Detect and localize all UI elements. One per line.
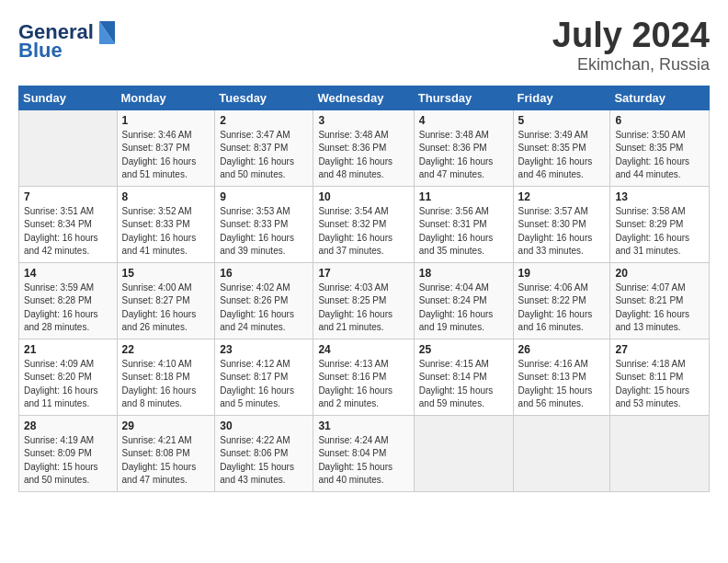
day-number: 30 xyxy=(220,419,308,432)
day-number: 6 xyxy=(615,114,704,127)
day-info: Sunrise: 4:04 AM Sunset: 8:24 PM Dayligh… xyxy=(419,282,508,335)
day-number: 23 xyxy=(220,343,308,356)
calendar-cell: 25Sunrise: 4:15 AM Sunset: 8:14 PM Dayli… xyxy=(414,339,513,415)
calendar-cell: 11Sunrise: 3:56 AM Sunset: 8:31 PM Dayli… xyxy=(414,186,513,262)
calendar-header-row: SundayMondayTuesdayWednesdayThursdayFrid… xyxy=(19,86,710,109)
day-number: 25 xyxy=(419,343,508,356)
calendar-cell xyxy=(19,109,118,186)
day-number: 7 xyxy=(24,190,112,203)
calendar-cell: 1Sunrise: 3:46 AM Sunset: 8:37 PM Daylig… xyxy=(117,109,215,186)
calendar-day-header: Wednesday xyxy=(313,86,414,109)
calendar-cell xyxy=(513,415,610,491)
day-number: 1 xyxy=(122,114,210,127)
day-info: Sunrise: 4:07 AM Sunset: 8:21 PM Dayligh… xyxy=(615,282,704,335)
day-info: Sunrise: 3:48 AM Sunset: 8:36 PM Dayligh… xyxy=(318,129,408,182)
day-number: 5 xyxy=(518,114,606,127)
day-number: 9 xyxy=(220,190,308,203)
logo-text: General Blue xyxy=(18,17,119,66)
day-info: Sunrise: 3:48 AM Sunset: 8:36 PM Dayligh… xyxy=(419,129,508,182)
calendar-cell: 3Sunrise: 3:48 AM Sunset: 8:36 PM Daylig… xyxy=(313,109,414,186)
day-info: Sunrise: 4:22 AM Sunset: 8:06 PM Dayligh… xyxy=(220,434,308,488)
calendar-week-row: 14Sunrise: 3:59 AM Sunset: 8:28 PM Dayli… xyxy=(19,262,710,339)
day-info: Sunrise: 4:16 AM Sunset: 8:13 PM Dayligh… xyxy=(518,358,606,411)
day-info: Sunrise: 3:59 AM Sunset: 8:28 PM Dayligh… xyxy=(24,282,112,335)
day-info: Sunrise: 4:13 AM Sunset: 8:16 PM Dayligh… xyxy=(318,358,408,411)
day-info: Sunrise: 4:18 AM Sunset: 8:11 PM Dayligh… xyxy=(615,358,704,411)
day-number: 11 xyxy=(419,190,508,203)
day-info: Sunrise: 4:19 AM Sunset: 8:09 PM Dayligh… xyxy=(24,434,112,488)
calendar-cell: 20Sunrise: 4:07 AM Sunset: 8:21 PM Dayli… xyxy=(610,262,710,339)
day-number: 21 xyxy=(24,343,112,356)
day-info: Sunrise: 4:00 AM Sunset: 8:27 PM Dayligh… xyxy=(122,282,210,335)
calendar-cell: 21Sunrise: 4:09 AM Sunset: 8:20 PM Dayli… xyxy=(19,339,118,415)
day-info: Sunrise: 4:15 AM Sunset: 8:14 PM Dayligh… xyxy=(419,358,508,411)
day-number: 20 xyxy=(615,267,704,280)
calendar-day-header: Sunday xyxy=(19,86,118,109)
day-number: 3 xyxy=(318,114,408,127)
day-info: Sunrise: 4:06 AM Sunset: 8:22 PM Dayligh… xyxy=(518,282,606,335)
calendar-cell: 22Sunrise: 4:10 AM Sunset: 8:18 PM Dayli… xyxy=(117,339,215,415)
day-number: 28 xyxy=(24,419,112,432)
calendar-cell: 28Sunrise: 4:19 AM Sunset: 8:09 PM Dayli… xyxy=(19,415,118,491)
calendar-table: SundayMondayTuesdayWednesdayThursdayFrid… xyxy=(18,86,710,492)
day-number: 4 xyxy=(419,114,508,127)
calendar-cell: 5Sunrise: 3:49 AM Sunset: 8:35 PM Daylig… xyxy=(513,109,610,186)
day-info: Sunrise: 4:03 AM Sunset: 8:25 PM Dayligh… xyxy=(318,282,408,335)
day-number: 2 xyxy=(220,114,308,127)
calendar-cell: 2Sunrise: 3:47 AM Sunset: 8:37 PM Daylig… xyxy=(215,109,313,186)
page: General Blue July 2024 Ekimchan, Russia … xyxy=(0,0,728,501)
day-number: 13 xyxy=(615,190,704,203)
day-info: Sunrise: 3:49 AM Sunset: 8:35 PM Dayligh… xyxy=(518,129,606,182)
calendar-cell: 17Sunrise: 4:03 AM Sunset: 8:25 PM Dayli… xyxy=(313,262,414,339)
calendar-day-header: Thursday xyxy=(414,86,513,109)
calendar-day-header: Saturday xyxy=(610,86,710,109)
day-info: Sunrise: 4:09 AM Sunset: 8:20 PM Dayligh… xyxy=(24,358,112,411)
calendar-cell: 12Sunrise: 3:57 AM Sunset: 8:30 PM Dayli… xyxy=(513,186,610,262)
day-number: 27 xyxy=(615,343,704,356)
calendar-cell: 8Sunrise: 3:52 AM Sunset: 8:33 PM Daylig… xyxy=(117,186,215,262)
day-number: 18 xyxy=(419,267,508,280)
day-number: 26 xyxy=(518,343,606,356)
day-number: 22 xyxy=(122,343,210,356)
calendar-cell xyxy=(610,415,710,491)
day-info: Sunrise: 3:56 AM Sunset: 8:31 PM Dayligh… xyxy=(419,205,508,259)
day-info: Sunrise: 4:21 AM Sunset: 8:08 PM Dayligh… xyxy=(122,434,210,488)
day-number: 19 xyxy=(518,267,606,280)
day-number: 29 xyxy=(122,419,210,432)
day-number: 17 xyxy=(318,267,408,280)
calendar-cell: 24Sunrise: 4:13 AM Sunset: 8:16 PM Dayli… xyxy=(313,339,414,415)
title-block: July 2024 Ekimchan, Russia xyxy=(552,17,710,75)
logo: General Blue xyxy=(18,17,119,66)
day-number: 10 xyxy=(318,190,408,203)
calendar-week-row: 7Sunrise: 3:51 AM Sunset: 8:34 PM Daylig… xyxy=(19,186,710,262)
day-number: 14 xyxy=(24,267,112,280)
calendar-cell: 29Sunrise: 4:21 AM Sunset: 8:08 PM Dayli… xyxy=(117,415,215,491)
day-info: Sunrise: 3:53 AM Sunset: 8:33 PM Dayligh… xyxy=(220,205,308,259)
calendar-week-row: 1Sunrise: 3:46 AM Sunset: 8:37 PM Daylig… xyxy=(19,109,710,186)
subtitle: Ekimchan, Russia xyxy=(552,55,710,75)
calendar-cell: 14Sunrise: 3:59 AM Sunset: 8:28 PM Dayli… xyxy=(19,262,118,339)
day-info: Sunrise: 3:50 AM Sunset: 8:35 PM Dayligh… xyxy=(615,129,704,182)
main-title: July 2024 xyxy=(552,17,710,55)
day-info: Sunrise: 4:12 AM Sunset: 8:17 PM Dayligh… xyxy=(220,358,308,411)
day-info: Sunrise: 3:58 AM Sunset: 8:29 PM Dayligh… xyxy=(615,205,704,259)
calendar-day-header: Monday xyxy=(117,86,215,109)
day-number: 24 xyxy=(318,343,408,356)
calendar-cell: 15Sunrise: 4:00 AM Sunset: 8:27 PM Dayli… xyxy=(117,262,215,339)
day-number: 8 xyxy=(122,190,210,203)
day-info: Sunrise: 4:24 AM Sunset: 8:04 PM Dayligh… xyxy=(318,434,408,488)
calendar-day-header: Friday xyxy=(513,86,610,109)
calendar-cell: 16Sunrise: 4:02 AM Sunset: 8:26 PM Dayli… xyxy=(215,262,313,339)
calendar-cell: 13Sunrise: 3:58 AM Sunset: 8:29 PM Dayli… xyxy=(610,186,710,262)
day-number: 31 xyxy=(318,419,408,432)
day-number: 12 xyxy=(518,190,606,203)
calendar-cell: 4Sunrise: 3:48 AM Sunset: 8:36 PM Daylig… xyxy=(414,109,513,186)
svg-text:Blue: Blue xyxy=(18,39,63,62)
day-info: Sunrise: 4:10 AM Sunset: 8:18 PM Dayligh… xyxy=(122,358,210,411)
day-info: Sunrise: 3:46 AM Sunset: 8:37 PM Dayligh… xyxy=(122,129,210,182)
calendar-cell: 23Sunrise: 4:12 AM Sunset: 8:17 PM Dayli… xyxy=(215,339,313,415)
day-info: Sunrise: 3:54 AM Sunset: 8:32 PM Dayligh… xyxy=(318,205,408,259)
calendar-cell: 30Sunrise: 4:22 AM Sunset: 8:06 PM Dayli… xyxy=(215,415,313,491)
day-number: 16 xyxy=(220,267,308,280)
calendar-cell: 27Sunrise: 4:18 AM Sunset: 8:11 PM Dayli… xyxy=(610,339,710,415)
